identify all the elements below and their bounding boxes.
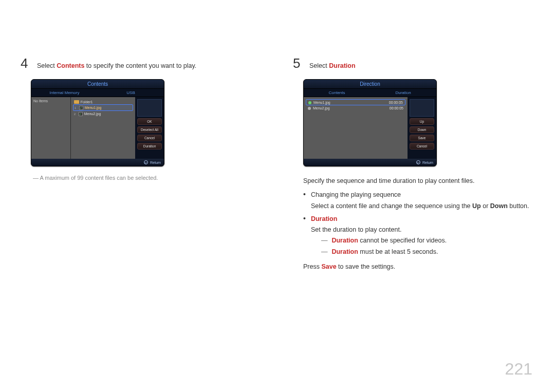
step5-hl: Duration	[329, 62, 355, 69]
direction-row-2[interactable]: Menu2.jpg 00:00:05	[306, 105, 405, 110]
dir-row1-left: Menu1.jpg	[308, 101, 330, 104]
max-files-note: A maximum of 99 content files can be sel…	[33, 175, 262, 181]
file1-index: 1	[75, 106, 78, 109]
ok-button[interactable]: OK	[137, 118, 162, 125]
step5-pre: Select	[309, 62, 329, 69]
file2-checkbox[interactable]: ✓	[79, 112, 83, 116]
dash-2: ―	[321, 247, 328, 257]
step-5-row: 5 Select Duration	[293, 57, 534, 70]
direction-tabs: Contents Duration	[304, 89, 436, 97]
folder-icon	[74, 100, 79, 104]
press-post: to save the settings.	[337, 263, 396, 270]
return-icon-2: ↩	[416, 160, 420, 164]
contents-sidebar: OK Deselect All Cancel Duration	[135, 97, 164, 159]
b1-mid: or	[481, 202, 490, 210]
b1-down: Down	[490, 202, 508, 210]
press-save-line: Press Save to save the settings.	[303, 262, 534, 272]
dir-row1-duration: 00:00:05	[389, 101, 403, 104]
b2-sub2-post: must be at least 5 seconds.	[358, 248, 438, 255]
page-content: 4 Select Contents to specify the content…	[0, 0, 555, 275]
contents-screenshot: Contents Internal Memory USB No Items Fo…	[31, 79, 164, 166]
file2-name: Menu2.jpg	[84, 112, 101, 116]
step-4-row: 4 Select Contents to specify the content…	[21, 57, 262, 70]
step-number-5: 5	[293, 57, 302, 70]
preview-thumbnail	[137, 99, 162, 117]
return-icon: ↩	[144, 160, 148, 164]
b1-up: Up	[472, 202, 481, 210]
step-number-4: 4	[21, 57, 30, 70]
status-dot-grey	[308, 107, 311, 110]
bullet-dot-2: •	[303, 214, 306, 257]
bullet-duration: • Duration Set the duration to play cont…	[303, 214, 534, 257]
file-row-1[interactable]: 1 ✓ Menu1.jpg	[73, 104, 133, 111]
dash-1: ―	[321, 235, 328, 246]
save-button[interactable]: Save	[410, 135, 434, 141]
duration-button[interactable]: Duration	[137, 143, 162, 150]
cancel-button[interactable]: Cancel	[137, 135, 162, 141]
dir-row2-left: Menu2.jpg	[308, 106, 330, 110]
step4-hl: Contents	[57, 62, 84, 69]
direction-sidebar: Up Down Save Cancel	[408, 97, 436, 159]
dir-row2-name: Menu2.jpg	[313, 106, 330, 110]
direction-footer: ↩ Return	[304, 159, 436, 166]
folder-name: Folder1	[81, 100, 93, 104]
tab-internal-memory[interactable]: Internal Memory	[31, 89, 98, 97]
bullet-dot-1: •	[303, 190, 306, 212]
status-dot-green	[308, 101, 311, 104]
deselect-all-button[interactable]: Deselect All	[137, 126, 162, 133]
page-number: 221	[505, 360, 532, 379]
step-4-text: Select Contents to specify the content y…	[37, 62, 196, 69]
cancel-button-2[interactable]: Cancel	[410, 143, 434, 150]
b2-sub1: ― Duration cannot be specified for video…	[321, 235, 534, 246]
direction-title: Direction	[304, 80, 436, 89]
b2-sub1-post: cannot be specified for videos.	[358, 237, 447, 244]
dir-row2-duration: 00:00:05	[390, 106, 403, 110]
up-button[interactable]: Up	[410, 118, 434, 125]
folder-row[interactable]: Folder1	[73, 99, 133, 104]
b2-line: Set the duration to play content.	[311, 226, 402, 233]
step4-post: to specify the content you want to play.	[84, 62, 196, 69]
bullet-duration-content: Duration Set the duration to play conten…	[311, 214, 534, 257]
contents-listarea: No Items Folder1 1 ✓ Menu1.jpg	[31, 97, 135, 159]
direction-listarea: Menu1.jpg 00:00:05 Menu2.jpg 00:00:05	[304, 97, 408, 159]
direction-row-1[interactable]: Menu1.jpg 00:00:05	[306, 99, 405, 105]
intro-line: Specify the sequence and time duration t…	[303, 176, 534, 186]
b2-sub1-hl: Duration	[331, 237, 358, 244]
usb-pane: Folder1 1 ✓ Menu1.jpg 2 ✓ Menu2.jpg	[71, 97, 135, 159]
file2-index: 2	[74, 113, 77, 116]
internal-memory-pane: No Items	[31, 97, 71, 159]
down-button[interactable]: Down	[410, 126, 434, 133]
tab-contents[interactable]: Contents	[304, 89, 370, 97]
file1-checkbox[interactable]: ✓	[79, 106, 83, 110]
contents-body: No Items Folder1 1 ✓ Menu1.jpg	[31, 97, 164, 159]
file1-name: Menu1.jpg	[85, 106, 102, 109]
b1-title: Changing the playing sequence	[311, 191, 401, 198]
press-pre: Press	[303, 263, 321, 270]
b2-sub1-text: Duration cannot be specified for videos.	[331, 235, 447, 246]
b1-pre: Select a content file and change the seq…	[311, 202, 472, 210]
press-hl: Save	[321, 263, 336, 270]
direction-screenshot: Direction Contents Duration Menu1.jpg 00…	[303, 79, 437, 166]
b2-title: Duration	[311, 215, 337, 222]
return-label-2[interactable]: Return	[422, 161, 433, 164]
b2-sub2-hl: Duration	[331, 248, 358, 255]
preview-thumbnail-2	[410, 99, 434, 117]
tab-duration[interactable]: Duration	[370, 89, 436, 97]
left-column: 4 Select Contents to specify the content…	[21, 57, 262, 275]
step5-body-text: Specify the sequence and time duration t…	[303, 176, 534, 272]
b1-post: button.	[508, 202, 529, 210]
right-column: 5 Select Duration Direction Contents Dur…	[293, 57, 534, 275]
dir-row1-name: Menu1.jpg	[313, 101, 330, 104]
bullet-sequence: • Changing the playing sequence Select a…	[303, 190, 534, 212]
direction-body: Menu1.jpg 00:00:05 Menu2.jpg 00:00:05 Up…	[304, 97, 436, 159]
return-label[interactable]: Return	[150, 161, 161, 164]
tab-usb[interactable]: USB	[98, 89, 164, 97]
b2-sub2-text: Duration must be at least 5 seconds.	[331, 247, 438, 257]
b2-sub2: ― Duration must be at least 5 seconds.	[321, 247, 534, 257]
bullet-sequence-content: Changing the playing sequence Select a c…	[311, 190, 534, 212]
step4-pre: Select	[37, 62, 57, 69]
contents-footer: ↩ Return	[31, 159, 164, 166]
file-row-2[interactable]: 2 ✓ Menu2.jpg	[73, 111, 133, 117]
no-items-label: No Items	[33, 99, 68, 103]
contents-tabs: Internal Memory USB	[31, 89, 164, 97]
